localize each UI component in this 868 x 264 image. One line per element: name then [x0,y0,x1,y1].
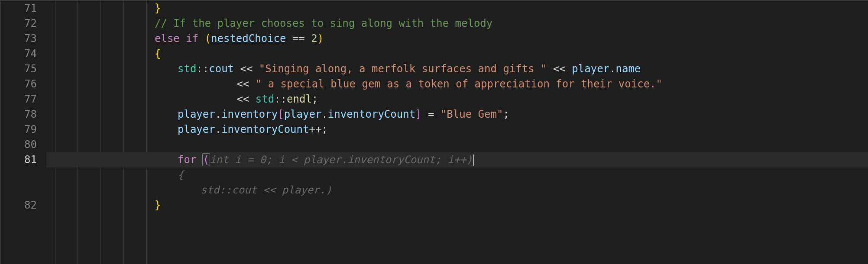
code-line[interactable]: << " a special blue gem as a token of ap… [46,77,868,92]
string-literal: "Blue Gem" [440,108,503,120]
code-line[interactable]: { [46,167,868,183]
identifier: cout [209,63,234,75]
line-number: 78 [1,107,37,122]
dot-op: . [321,108,327,120]
code-line[interactable]: std::cout << player.) [46,183,868,198]
brace-open: { [155,48,161,60]
identifier: endl [287,93,312,105]
line-number: 79 [1,122,37,137]
member: inventory [221,108,278,120]
member: name [615,63,641,75]
bracket-open: [ [278,108,284,120]
inline-suggestion: std::cout << player.) [201,184,332,196]
code-line[interactable]: } [46,198,868,213]
member: inventoryCount [328,108,415,120]
identifier: player [178,108,215,120]
code-line[interactable]: player.inventory[player.inventoryCount] … [46,107,868,122]
namespace: std [256,93,274,105]
text-cursor [473,155,474,166]
paren-open: ( [205,32,211,45]
inline-suggestion: { [178,169,184,181]
line-number: 77 [1,92,37,107]
identifier: player [572,63,609,75]
line-number-gutter: 71 72 73 74 75 76 77 78 79 80 81 82 [1,1,46,264]
dot-op: . [215,108,221,120]
number-literal: 2 [311,32,317,45]
line-number: 76 [1,77,37,92]
line-number [1,167,37,183]
operator: = [422,108,440,120]
scope-op: :: [196,63,209,75]
namespace: std [178,63,196,75]
line-number: 80 [1,137,37,152]
semicolon: ; [321,123,327,135]
code-line[interactable]: else if (nestedChoice == 2) [46,31,868,46]
code-line[interactable] [46,137,868,152]
paren-open: ( [202,153,210,166]
dot-op: . [215,123,221,135]
inline-suggestion: int i = 0; i < player.inventoryCount; i+… [210,154,473,166]
line-number: 74 [1,46,37,61]
keyword-for: for [178,154,196,166]
keyword-else: else [155,32,180,45]
operator: << [547,63,572,75]
semicolon: ; [503,108,509,120]
code-area[interactable]: } // If the player chooses to sing along… [46,1,868,264]
line-number [1,183,37,198]
operator: << [234,63,259,75]
code-line[interactable]: player.inventoryCount++; [46,122,868,137]
operator: ++ [309,123,321,135]
identifier: player [284,108,322,120]
identifier: player [178,123,215,135]
paren-close: ) [317,32,324,45]
identifier: nestedChoice [211,32,286,45]
line-number: 75 [1,61,37,77]
code-line[interactable]: << std::endl; [46,92,868,107]
scope-op: :: [274,93,287,105]
line-number: 82 [1,198,37,213]
code-line[interactable]: { [46,46,868,61]
semicolon: ; [312,93,318,105]
keyword-if: if [186,32,198,45]
member: inventoryCount [221,123,309,135]
comment: // If the player chooses to sing along w… [155,17,492,29]
line-number: 72 [1,16,37,31]
operator: << [230,93,256,105]
brace-close: } [155,199,161,211]
string-literal: "Singing along, a merfolk surfaces and g… [259,63,547,75]
code-line[interactable]: for (int i = 0; i < player.inventoryCoun… [46,152,868,167]
line-number: 73 [1,31,37,46]
operator: == [286,32,311,45]
code-editor[interactable]: 71 72 73 74 75 76 77 78 79 80 81 82 } //… [0,0,868,264]
operator: << [230,78,256,90]
brace-close: } [155,2,161,14]
line-number: 71 [1,1,37,16]
line-number: 81 [1,152,37,167]
string-literal: " a special blue gem as a token of appre… [256,78,662,90]
bracket-close: ] [415,108,421,120]
code-line[interactable]: } [46,1,868,16]
code-line[interactable]: // If the player chooses to sing along w… [46,16,868,31]
dot-op: . [609,63,615,75]
code-line[interactable]: std::cout << "Singing along, a merfolk s… [46,61,868,77]
